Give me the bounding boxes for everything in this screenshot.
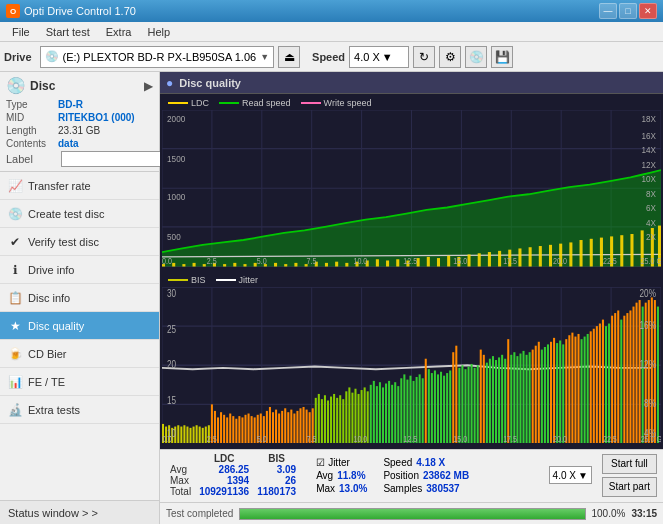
sidebar-item-create-test-disc[interactable]: 💿 Create test disc [0,200,159,228]
svg-rect-153 [296,410,298,443]
speed-select[interactable]: 4.0 X ▼ [349,46,409,68]
progress-bar-container [239,508,585,520]
svg-rect-138 [251,416,253,443]
start-part-button[interactable]: Start part [602,477,657,497]
svg-rect-60 [590,239,593,267]
speed-dropdown[interactable]: 4.0 X ▼ [549,466,592,484]
app-title: Opti Drive Control 1.70 [24,5,136,17]
svg-rect-224 [513,352,515,443]
drive-select[interactable]: 💿 (E:) PLEXTOR BD-R PX-LB950SA 1.06 ▼ [40,46,275,68]
svg-rect-160 [318,393,320,443]
svg-rect-184 [391,384,393,443]
sidebar-item-fe-te[interactable]: 📊 FE / TE [0,368,159,396]
svg-rect-139 [254,417,256,443]
svg-rect-208 [464,369,466,443]
svg-text:12.5: 12.5 [403,257,417,267]
close-button[interactable]: ✕ [639,3,657,19]
svg-rect-204 [452,352,454,443]
sidebar-item-disc-info[interactable]: 📋 Disc info [0,284,159,312]
svg-text:2.5: 2.5 [207,257,218,267]
svg-text:2X: 2X [646,231,656,242]
svg-rect-246 [581,339,583,443]
svg-text:4X: 4X [646,217,656,228]
svg-rect-229 [529,352,531,443]
speed-stat-label: Speed [383,457,412,468]
sidebar-item-drive-info[interactable]: ℹ Drive info [0,256,159,284]
start-full-button[interactable]: Start full [602,454,657,474]
svg-rect-165 [333,393,335,443]
svg-rect-206 [458,367,460,443]
jitter-checkbox[interactable]: ☑ [316,457,325,468]
svg-rect-217 [492,356,494,443]
time-display: 33:15 [631,508,657,519]
svg-rect-215 [486,362,488,443]
svg-text:1000: 1000 [167,192,185,203]
sidebar-item-transfer-rate[interactable]: 📈 Transfer rate [0,172,159,200]
nav-item-label: Create test disc [28,208,104,220]
progress-area: Test completed 100.0% 33:15 [160,502,663,524]
nav-item-label: Extra tests [28,404,80,416]
sidebar-item-cd-bier[interactable]: 🍺 CD Bier [0,340,159,368]
svg-rect-178 [373,380,375,443]
svg-rect-164 [330,396,332,443]
svg-rect-250 [593,328,595,443]
svg-rect-214 [483,354,485,443]
svg-rect-26 [243,264,246,266]
eject-button[interactable]: ⏏ [278,46,300,68]
top-chart-svg: 18X 16X 14X 12X 10X 8X 6X 4X 2X 2000 150… [162,110,661,267]
svg-rect-116 [183,425,185,443]
svg-text:17.5: 17.5 [503,257,517,267]
status-text: Test completed [166,508,233,519]
legend-ldc-label: LDC [191,98,209,108]
svg-rect-46 [447,256,450,267]
svg-rect-213 [480,349,482,443]
bottom-chart-svg: 20% 16% 12% 8% 4% 30 25 20 15 10 0.0 2.5 [162,287,661,444]
svg-rect-36 [345,263,348,267]
svg-rect-193 [419,374,421,443]
menu-help[interactable]: Help [139,24,178,40]
svg-rect-24 [223,264,226,266]
svg-rect-114 [177,425,179,443]
charts-wrapper: LDC Read speed Write speed [160,94,663,449]
chart-header: ● Disc quality [160,72,663,94]
svg-rect-196 [428,369,430,443]
menu-extra[interactable]: Extra [98,24,140,40]
settings-button[interactable]: ⚙ [439,46,461,68]
svg-rect-169 [345,391,347,443]
sidebar-item-extra-tests[interactable]: 🔬 Extra tests [0,396,159,424]
svg-rect-188 [403,374,405,443]
disc-button[interactable]: 💿 [465,46,487,68]
disc-section-label: Disc [30,79,55,93]
svg-rect-259 [620,319,622,443]
svg-text:0.0: 0.0 [162,434,172,443]
sidebar-item-disc-quality[interactable]: ★ Disc quality [0,312,159,340]
menu-bar: File Start test Extra Help [0,22,663,42]
svg-text:15.0: 15.0 [453,257,467,267]
disc-length-key: Length [6,125,58,136]
nav-item-label: Disc quality [28,320,84,332]
svg-rect-258 [617,310,619,443]
svg-rect-134 [238,416,240,443]
status-window-button[interactable]: Status window > > [0,500,159,524]
svg-rect-118 [189,427,191,443]
legend-read-speed-label: Read speed [242,98,291,108]
drive-icon: 💿 [45,50,59,63]
svg-rect-195 [425,358,427,443]
svg-rect-131 [229,413,231,443]
minimize-button[interactable]: — [599,3,617,19]
sidebar-item-verify-test-disc[interactable]: ✔ Verify test disc [0,228,159,256]
svg-rect-211 [474,367,476,443]
menu-file[interactable]: File [4,24,38,40]
svg-rect-231 [535,345,537,443]
menu-start-test[interactable]: Start test [38,24,98,40]
refresh-button[interactable]: ↻ [413,46,435,68]
content-area: ● Disc quality LDC Read speed [160,72,663,524]
svg-text:22.5: 22.5 [603,434,617,443]
save-button[interactable]: 💾 [491,46,513,68]
svg-rect-154 [299,408,301,443]
disc-info-icon: 📋 [8,291,22,305]
maximize-button[interactable]: □ [619,3,637,19]
svg-rect-218 [495,360,497,443]
svg-rect-223 [510,354,512,443]
svg-text:25.0 GB: 25.0 GB [641,257,661,267]
